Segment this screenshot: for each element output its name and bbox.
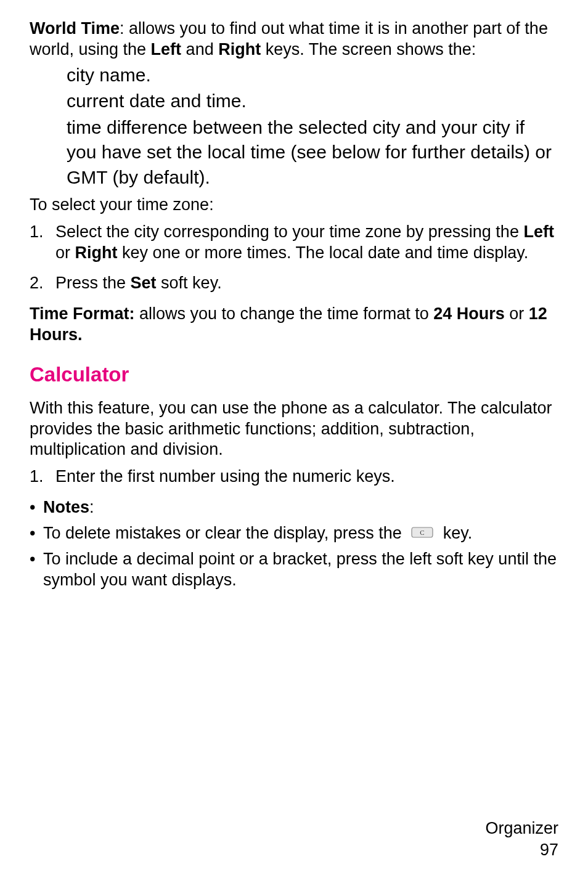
notes-label: Notes [43, 498, 89, 516]
timezone-steps: 1. Select the city corresponding to your… [30, 222, 558, 294]
step-number: 2. [30, 273, 55, 294]
right-key-label: Right [218, 40, 261, 59]
world-time-label: World Time [30, 19, 120, 38]
step-text: Enter the first number using the numeric… [55, 466, 558, 487]
set-key-label: Set [131, 274, 157, 292]
list-item: time difference between the selected cit… [67, 115, 558, 190]
notes-header: • Notes: [30, 497, 558, 518]
text: To delete mistakes or clear the display,… [43, 524, 406, 542]
select-timezone-intro: To select your time zone: [30, 195, 558, 216]
text: : [89, 498, 94, 516]
notes-label-wrap: Notes: [43, 497, 558, 518]
calculator-steps: 1. Enter the first number using the nume… [30, 466, 558, 487]
text: Select the city corresponding to your ti… [55, 222, 523, 241]
note-2: • To include a decimal point or a bracke… [30, 549, 558, 591]
step-2: 2. Press the Set soft key. [30, 273, 558, 294]
step-1: 1. Select the city corresponding to your… [30, 222, 558, 264]
clear-key-icon: C [410, 524, 435, 545]
footer-section: Organizer [485, 818, 558, 839]
text: or [505, 304, 529, 323]
text: soft key. [157, 274, 222, 292]
note-text: To delete mistakes or clear the display,… [43, 523, 558, 545]
text: key. [443, 524, 473, 542]
text: key one or more times. The local date an… [118, 243, 529, 262]
24-hours-label: 24 Hours [433, 304, 505, 323]
left-key-label: Left [151, 40, 182, 59]
note-1: • To delete mistakes or clear the displa… [30, 523, 558, 545]
step-number: 1. [30, 466, 55, 487]
world-time-paragraph: World Time: allows you to find out what … [30, 18, 558, 60]
calculator-intro: With this feature, you can use the phone… [30, 398, 558, 460]
text: or [55, 243, 75, 262]
step-text: Select the city corresponding to your ti… [55, 222, 558, 264]
step-text: Press the Set soft key. [55, 273, 558, 294]
bullet-dot: • [30, 523, 43, 544]
right-key-label: Right [75, 243, 118, 262]
list-item: city name. [67, 63, 558, 88]
bullet-dot: • [30, 497, 43, 518]
calculator-heading: Calculator [30, 362, 558, 387]
svg-text:C: C [420, 529, 425, 536]
time-format-paragraph: Time Format: allows you to change the ti… [30, 304, 558, 346]
text: allows you to change the time format to [135, 304, 434, 323]
screen-shows-list: city name. current date and time. time d… [30, 63, 558, 190]
left-key-label: Left [523, 222, 554, 241]
note-text: To include a decimal point or a bracket,… [43, 549, 558, 591]
text: Press the [55, 274, 131, 292]
bullet-dot: • [30, 549, 43, 570]
text: keys. The screen shows the: [261, 40, 476, 59]
page-footer: Organizer 97 [485, 818, 558, 861]
list-item: current date and time. [67, 89, 558, 114]
time-format-label: Time Format: [30, 304, 135, 323]
calc-step-1: 1. Enter the first number using the nume… [30, 466, 558, 487]
footer-page-number: 97 [485, 839, 558, 861]
text: and [181, 40, 218, 59]
step-number: 1. [30, 222, 55, 264]
